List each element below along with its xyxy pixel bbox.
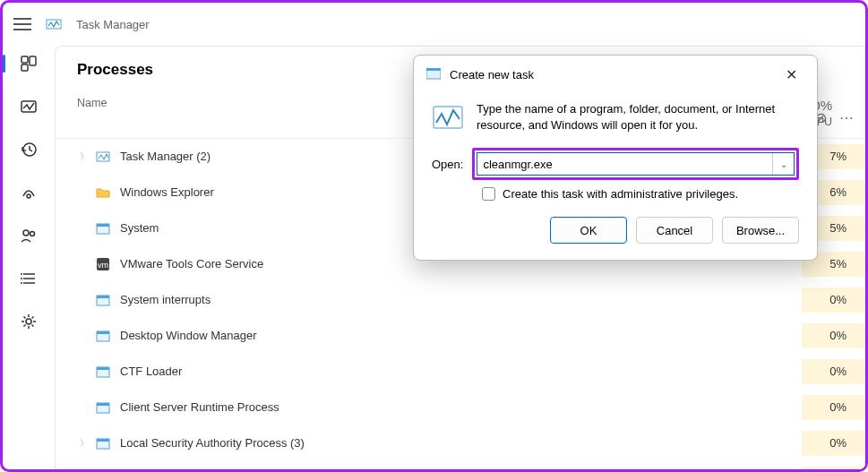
open-combobox[interactable]: ⌄: [477, 152, 795, 176]
process-row[interactable]: 〉Local Security Authority Process (3)0%: [56, 425, 864, 461]
process-cpu: 0%: [802, 467, 864, 469]
process-icon: [95, 220, 111, 236]
dropdown-button[interactable]: ⌄: [772, 153, 794, 175]
svg-rect-26: [97, 367, 109, 370]
process-icon: [95, 435, 111, 451]
svg-point-8: [30, 232, 35, 236]
menu-button[interactable]: [13, 18, 31, 30]
svg-rect-30: [97, 439, 109, 442]
process-icon: [95, 399, 111, 416]
cancel-button[interactable]: Cancel: [636, 217, 713, 244]
process-cpu: 0%: [802, 323, 864, 348]
svg-text:vm: vm: [98, 261, 108, 270]
titlebar: Task Manager: [3, 3, 865, 46]
app-icon: [46, 16, 62, 32]
toolbar: ⊘ ⋯: [815, 109, 854, 126]
svg-point-13: [21, 278, 22, 279]
process-icon: vm: [95, 256, 111, 272]
svg-rect-22: [97, 296, 109, 298]
svg-point-6: [27, 194, 30, 198]
chevron-right-icon[interactable]: 〉: [77, 150, 91, 163]
svg-rect-2: [30, 56, 36, 65]
create-task-dialog: Create new task ✕ Type the name of a pro…: [413, 55, 818, 261]
process-name: Local Security Authority Process (3): [120, 436, 802, 450]
svg-rect-24: [97, 331, 109, 334]
svg-rect-18: [97, 224, 109, 227]
dialog-titlebar: Create new task ✕: [414, 56, 817, 94]
svg-rect-1: [21, 56, 28, 63]
sidebar-details[interactable]: [18, 268, 39, 289]
ok-button[interactable]: OK: [550, 217, 627, 244]
sidebar-performance[interactable]: [18, 96, 39, 117]
sidebar-settings[interactable]: [18, 311, 39, 332]
browse-button[interactable]: Browse...: [722, 217, 799, 244]
process-cpu: 0%: [802, 395, 864, 420]
process-icon: [95, 149, 111, 165]
sidebar-processes[interactable]: [18, 53, 39, 74]
admin-label: Create this task with administrative pri…: [503, 187, 738, 201]
svg-rect-28: [97, 403, 109, 406]
close-button[interactable]: ✕: [778, 64, 804, 85]
process-row[interactable]: 〉CTF Loader0%: [56, 354, 864, 390]
sidebar-history[interactable]: [18, 139, 39, 160]
svg-point-12: [21, 273, 22, 275]
sidebar: [3, 46, 55, 469]
process-row[interactable]: 〉Desktop Window Manager0%: [56, 318, 864, 354]
input-highlight: ⌄: [472, 148, 799, 180]
open-input[interactable]: [477, 153, 772, 175]
dialog-title: Create new task: [450, 68, 534, 82]
process-name: Desktop Window Manager: [120, 329, 802, 342]
more-icon[interactable]: ⋯: [839, 109, 854, 126]
process-row[interactable]: 〉System interrupts0%: [56, 282, 864, 318]
chevron-right-icon[interactable]: 〉: [77, 437, 91, 450]
process-icon: [95, 328, 111, 344]
process-icon: [95, 364, 111, 380]
process-name: Client Server Runtime Process: [120, 400, 802, 414]
process-name: System interrupts: [120, 293, 802, 306]
svg-rect-3: [21, 64, 28, 71]
process-row[interactable]: 〉Service Host: Remote Procedure Call (2)…: [56, 461, 864, 469]
process-icon: [95, 185, 111, 201]
process-icon: [95, 292, 111, 308]
process-cpu: 0%: [802, 287, 864, 313]
process-cpu: 0%: [802, 359, 864, 384]
svg-point-14: [21, 282, 22, 284]
admin-checkbox[interactable]: [482, 187, 495, 201]
sidebar-users[interactable]: [18, 225, 39, 246]
sidebar-startup[interactable]: [18, 182, 39, 203]
svg-point-15: [26, 319, 31, 324]
process-name: CTF Loader: [120, 365, 802, 378]
open-label: Open:: [432, 158, 463, 171]
dialog-description: Type the name of a program, folder, docu…: [477, 101, 799, 133]
svg-rect-16: [97, 152, 109, 161]
perf-icon: [432, 101, 464, 133]
svg-rect-33: [426, 68, 441, 71]
process-cpu: 0%: [802, 431, 864, 456]
app-title: Task Manager: [76, 18, 150, 31]
process-row[interactable]: 〉Client Server Runtime Process0%: [56, 390, 864, 425]
svg-point-7: [23, 230, 29, 236]
dialog-icon: [426, 68, 441, 82]
